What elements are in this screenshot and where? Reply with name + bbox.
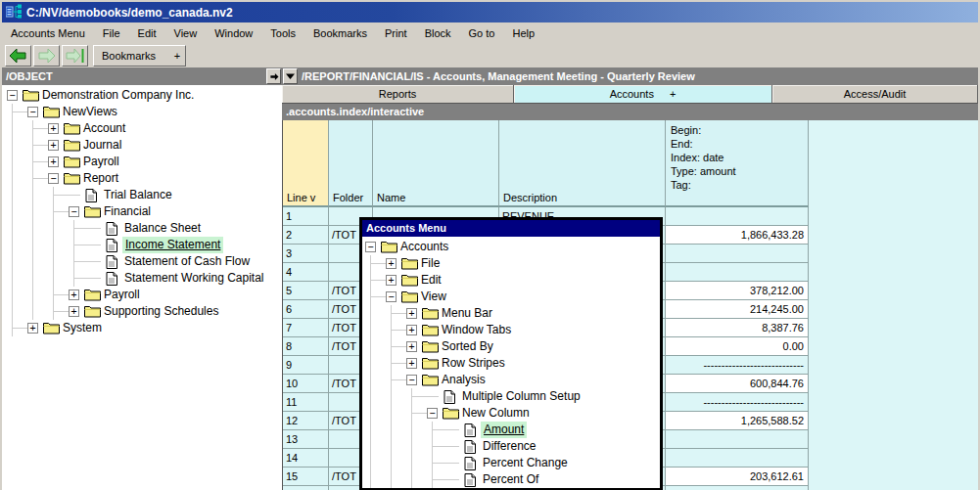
- cell-amount[interactable]: [666, 263, 809, 282]
- col-header-amount[interactable]: Begin: End: Index: date Type: amount Tag…: [666, 120, 809, 207]
- cell-amount[interactable]: 214,245.00: [666, 300, 809, 319]
- cell-amount[interactable]: 0.00: [666, 337, 809, 356]
- expand-toggle[interactable]: +: [406, 341, 417, 352]
- menu-tree-item-percent-change[interactable]: Percent Change: [362, 455, 660, 471]
- cell-line[interactable]: 4: [283, 263, 329, 282]
- cell-amount[interactable]: 8,387.76: [666, 319, 809, 337]
- collapse-toggle[interactable]: −: [48, 173, 59, 184]
- cell-amount[interactable]: 600,844.76: [666, 375, 809, 393]
- expand-toggle[interactable]: +: [386, 275, 397, 286]
- cell-line[interactable]: 12: [283, 412, 329, 430]
- collapse-toggle[interactable]: −: [27, 107, 38, 117]
- menu-tree-item-amount[interactable]: Amount: [362, 422, 660, 438]
- menu-tree-item-edit[interactable]: +Edit: [362, 272, 660, 289]
- cell-amount[interactable]: 203,612.61: [666, 468, 809, 486]
- tree-item-demonstration-company-inc[interactable]: −Demonstration Company Inc.: [2, 87, 282, 104]
- tree-item-statement-of-cash-flow[interactable]: Statement of Cash Flow: [2, 253, 282, 270]
- menu-tree-item-sorted-by[interactable]: +Sorted By: [362, 338, 660, 355]
- tree-item-report[interactable]: −Report: [2, 170, 282, 187]
- cell-line[interactable]: 3: [283, 245, 329, 263]
- cell-amount[interactable]: [666, 430, 809, 449]
- expand-toggle[interactable]: +: [406, 308, 417, 319]
- collapse-toggle[interactable]: −: [406, 375, 417, 385]
- col-header-name[interactable]: Name: [373, 120, 499, 207]
- tab-accounts[interactable]: Accounts+: [514, 85, 772, 104]
- menu-item-go-to[interactable]: Go to: [460, 23, 504, 43]
- menu-tree-item-new-column[interactable]: −New Column: [362, 405, 660, 422]
- expand-toggle[interactable]: +: [69, 306, 79, 317]
- menu-tree-item-percent-of[interactable]: Percent Of: [362, 471, 660, 488]
- cell-amount[interactable]: 1,265,588.52: [666, 412, 809, 430]
- cell-amount[interactable]: [666, 486, 809, 490]
- expand-toggle[interactable]: +: [406, 325, 417, 335]
- tab-reports[interactable]: Reports: [282, 85, 514, 104]
- popup-titlebar[interactable]: Accounts Menu: [362, 220, 660, 237]
- menu-item-block[interactable]: Block: [416, 23, 460, 43]
- window-titlebar[interactable]: C:/NV/demobooks/demo_canada.nv2: [2, 2, 978, 22]
- panel-dropdown-button[interactable]: [283, 68, 298, 84]
- cell-line[interactable]: 14: [283, 449, 329, 468]
- menu-item-edit[interactable]: Edit: [129, 23, 165, 43]
- cell-amount[interactable]: [666, 245, 809, 263]
- menu-item-help[interactable]: Help: [503, 23, 543, 43]
- nav-forward-arrow-icon[interactable]: [33, 45, 60, 67]
- menu-tree-item-view[interactable]: −View: [362, 289, 660, 305]
- collapse-toggle[interactable]: −: [386, 291, 397, 302]
- bookmarks-button[interactable]: Bookmarks +: [93, 45, 186, 67]
- menu-tree-item-multiple-column-setup[interactable]: Multiple Column Setup: [362, 388, 660, 405]
- menu-tree-item-accounts[interactable]: −Accounts: [362, 239, 660, 255]
- collapse-toggle[interactable]: −: [69, 206, 79, 217]
- tree-item-trial-balance[interactable]: Trial Balance: [2, 187, 282, 203]
- menu-tree-item-row-stripes[interactable]: +Row Stripes: [362, 355, 660, 372]
- expand-toggle[interactable]: +: [48, 123, 59, 134]
- cell-line[interactable]: 15: [283, 468, 329, 486]
- tree-item-payroll[interactable]: +Payroll: [2, 154, 282, 170]
- menu-tree-item-difference[interactable]: Difference: [362, 438, 660, 455]
- menu-tree-item-menu-bar[interactable]: +Menu Bar: [362, 305, 660, 322]
- cell-amount[interactable]: ----------------------------: [666, 356, 809, 375]
- tree-item-system[interactable]: +System: [2, 320, 282, 336]
- tree-item-income-statement[interactable]: Income Statement: [2, 237, 282, 253]
- tree-item-balance-sheet[interactable]: Balance Sheet: [2, 220, 282, 237]
- menu-tree-item-analysis[interactable]: −Analysis: [362, 372, 660, 388]
- collapse-toggle[interactable]: −: [7, 90, 18, 101]
- menu-tree-item-window-tabs[interactable]: +Window Tabs: [362, 322, 660, 338]
- col-header-line[interactable]: Line v: [283, 120, 329, 207]
- menu-item-tools[interactable]: Tools: [261, 23, 304, 43]
- cell-line[interactable]: 9: [283, 356, 329, 375]
- bookmarks-add-button[interactable]: +: [169, 46, 185, 66]
- cell-amount[interactable]: [666, 207, 809, 226]
- nav-back-arrow-icon[interactable]: [5, 45, 31, 67]
- expand-toggle[interactable]: +: [48, 156, 59, 167]
- tree-item-financial[interactable]: −Financial: [2, 203, 282, 220]
- cell-amount[interactable]: [666, 449, 809, 468]
- menu-item-view[interactable]: View: [165, 23, 207, 43]
- expand-toggle[interactable]: +: [48, 140, 59, 151]
- menu-item-print[interactable]: Print: [376, 23, 416, 43]
- collapse-toggle[interactable]: −: [427, 408, 438, 419]
- expand-toggle[interactable]: +: [406, 358, 417, 369]
- panel-expand-arrow-button[interactable]: [266, 68, 281, 84]
- expand-toggle[interactable]: +: [69, 290, 79, 300]
- cell-line[interactable]: 1: [283, 207, 329, 226]
- cell-line[interactable]: 10: [283, 375, 329, 393]
- tree-item-statement-working-capital[interactable]: Statement Working Capital: [2, 270, 282, 287]
- cell-line[interactable]: 2: [283, 226, 329, 245]
- cell-line[interactable]: 11: [283, 393, 329, 412]
- tab-access-audit[interactable]: Access/Audit: [772, 85, 978, 104]
- collapse-toggle[interactable]: −: [365, 242, 376, 252]
- cell-line[interactable]: [283, 486, 329, 490]
- cell-line[interactable]: 8: [283, 337, 329, 356]
- tree-item-account[interactable]: +Account: [2, 120, 282, 137]
- cell-line[interactable]: 5: [283, 282, 329, 300]
- tree-item-supporting-schedules[interactable]: +Supporting Schedules: [2, 303, 282, 320]
- cell-amount[interactable]: 378,212.00: [666, 282, 809, 300]
- menu-item-accounts-menu[interactable]: Accounts Menu: [2, 23, 94, 43]
- tree-item-payroll[interactable]: +Payroll: [2, 287, 282, 303]
- cell-line[interactable]: 13: [283, 430, 329, 449]
- tree-item-newviews[interactable]: −NewViews: [2, 104, 282, 120]
- cell-line[interactable]: 7: [283, 319, 329, 337]
- cell-amount[interactable]: ----------------------------: [666, 393, 809, 412]
- menu-item-bookmarks[interactable]: Bookmarks: [304, 23, 376, 43]
- menu-item-file[interactable]: File: [94, 23, 129, 43]
